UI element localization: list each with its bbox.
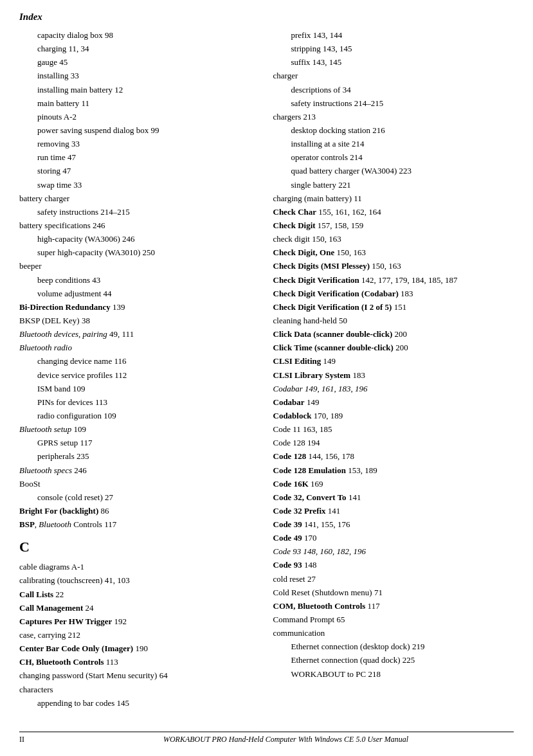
list-item: WORKABOUT to PC 218 [273, 668, 514, 681]
list-item: Click Data (scanner double-click) 200 [273, 328, 514, 341]
list-item: COM, Bluetooth Controls 117 [273, 600, 514, 613]
list-item: Bright For (backlight) 86 [19, 505, 260, 518]
list-item: Cold Reset (Shutdown menu) 71 [273, 586, 514, 599]
list-item: Code 49 170 [273, 532, 514, 544]
list-item: Bi-Direction Redundancy 139 [19, 301, 260, 314]
list-item: Check Digit Verification (I 2 of 5) 151 [273, 301, 514, 314]
left-column: capacity dialog box 98charging 11, 34gau… [19, 29, 267, 710]
list-item: BooSt [19, 478, 260, 491]
list-item: Check Digits (MSI Plessey) 150, 163 [273, 260, 514, 273]
list-item: charging (main battery) 11 [273, 192, 514, 205]
list-item: Command Prompt 65 [273, 613, 514, 626]
list-item: installing main battery 12 [19, 84, 260, 96]
list-item: pinouts A-2 [19, 111, 260, 123]
list-item: Code 93 148, 160, 182, 196 [273, 545, 514, 558]
list-item: quad battery charger (WA3004) 223 [273, 165, 514, 177]
list-item: BSP, Bluetooth Controls 117 [19, 518, 260, 531]
list-item: operator controls 214 [273, 151, 514, 164]
list-item: prefix 143, 144 [273, 29, 514, 42]
list-item: beep conditions 43 [19, 274, 260, 287]
list-item: battery charger [19, 192, 260, 205]
list-item: Code 128 144, 156, 178 [273, 450, 514, 463]
list-item: removing 33 [19, 138, 260, 150]
list-item: C [19, 536, 260, 558]
list-item: Check Digit, One 150, 163 [273, 246, 514, 259]
list-item: installing at a site 214 [273, 138, 514, 150]
list-item: Check Char 155, 161, 162, 164 [273, 206, 514, 219]
list-item: cleaning hand-held 50 [273, 314, 514, 327]
list-item: Ethernet connection (desktop dock) 219 [273, 640, 514, 653]
list-item: Bluetooth specs 246 [19, 464, 260, 477]
list-item: main battery 11 [19, 97, 260, 110]
list-item: cold reset 27 [273, 573, 514, 586]
list-item: changing password (Start Menu security) … [19, 669, 260, 682]
list-item: desktop docking station 216 [273, 124, 514, 137]
right-column: prefix 143, 144stripping 143, 145suffix … [267, 29, 514, 710]
list-item: cable diagrams A-1 [19, 561, 260, 573]
list-item: radio configuration 109 [19, 410, 260, 422]
list-item: Check Digit Verification 142, 177, 179, … [273, 274, 514, 287]
list-item: super high-capacity (WA3010) 250 [19, 246, 260, 259]
list-item: volume adjustment 44 [19, 287, 260, 300]
list-item: charger [273, 69, 514, 82]
list-item: communication [273, 627, 514, 640]
list-item: console (cold reset) 27 [19, 491, 260, 504]
list-item: Check Digit 157, 158, 159 [273, 219, 514, 232]
list-item: single battery 221 [273, 179, 514, 192]
list-item: changing device name 116 [19, 355, 260, 368]
list-item: Code 128 Emulation 153, 189 [273, 464, 514, 477]
list-item: swap time 33 [19, 179, 260, 192]
list-item: Ethernet connection (quad dock) 225 [273, 654, 514, 667]
index-title: Index [19, 12, 514, 22]
list-item: stripping 143, 145 [273, 42, 514, 55]
content-area: capacity dialog box 98charging 11, 34gau… [19, 29, 514, 710]
footer-text: WORKABOUT PRO Hand-Held Computer With Wi… [58, 735, 514, 744]
list-item: beeper [19, 260, 260, 273]
list-item: device service profiles 112 [19, 369, 260, 382]
list-item: Bluetooth setup 109 [19, 423, 260, 436]
list-item: chargers 213 [273, 111, 514, 123]
list-item: CLSI Library System 183 [273, 369, 514, 382]
list-item: capacity dialog box 98 [19, 29, 260, 42]
list-item: suffix 143, 145 [273, 56, 514, 69]
list-item: Codablock 170, 189 [273, 410, 514, 422]
list-item: appending to bar codes 145 [19, 697, 260, 710]
list-item: Codabar 149 [273, 396, 514, 409]
list-item: Code 11 163, 185 [273, 423, 514, 436]
list-item: Bluetooth devices, pairing 49, 111 [19, 328, 260, 341]
list-item: Call Lists 22 [19, 588, 260, 601]
list-item: Check Digit Verification (Codabar) 183 [273, 287, 514, 300]
list-item: power saving suspend dialog box 99 [19, 124, 260, 137]
list-item: Click Time (scanner double-click) 200 [273, 341, 514, 354]
list-item: charging 11, 34 [19, 42, 260, 55]
list-item: GPRS setup 117 [19, 437, 260, 449]
page: Index capacity dialog box 98charging 11,… [0, 0, 533, 756]
footer: II WORKABOUT PRO Hand-Held Computer With… [19, 732, 514, 744]
list-item: check digit 150, 163 [273, 233, 514, 246]
list-item: ISM band 109 [19, 382, 260, 395]
list-item: PINs for devices 113 [19, 396, 260, 409]
footer-page-num: II [19, 735, 58, 744]
list-item: Call Management 24 [19, 602, 260, 615]
list-item: Code 16K 169 [273, 478, 514, 491]
list-item: gauge 45 [19, 56, 260, 69]
list-item: Code 39 141, 155, 176 [273, 518, 514, 531]
list-item: CLSI Editing 149 [273, 355, 514, 368]
list-item: BKSP (DEL Key) 38 [19, 314, 260, 327]
list-item: Code 93 148 [273, 559, 514, 572]
list-item: calibrating (touchscreen) 41, 103 [19, 574, 260, 587]
list-item: installing 33 [19, 69, 260, 82]
list-item: battery specifications 246 [19, 219, 260, 232]
list-item: peripherals 235 [19, 450, 260, 463]
list-item: characters [19, 683, 260, 696]
list-item: case, carrying 212 [19, 629, 260, 642]
list-item: Code 32 Prefix 141 [273, 505, 514, 518]
list-item: descriptions of 34 [273, 84, 514, 96]
list-item: high-capacity (WA3006) 246 [19, 233, 260, 246]
list-item: Code 32, Convert To 141 [273, 491, 514, 504]
list-item: Center Bar Code Only (Imager) 190 [19, 642, 260, 655]
list-item: Codabar 149, 161, 183, 196 [273, 382, 514, 395]
list-item: Captures Per HW Trigger 192 [19, 615, 260, 628]
list-item: Code 128 194 [273, 437, 514, 449]
list-item: run time 47 [19, 151, 260, 164]
